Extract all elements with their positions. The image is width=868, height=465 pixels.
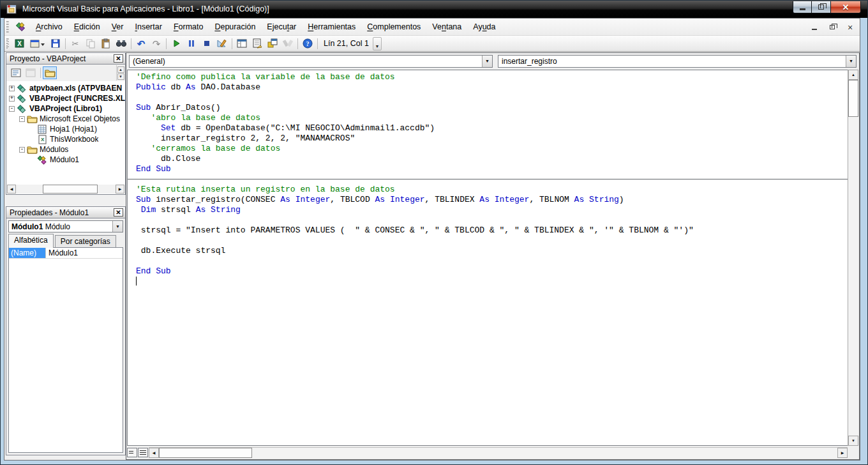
menu-herramientas[interactable]: Herramientas — [302, 19, 361, 35]
collapse-icon[interactable]: - — [19, 147, 25, 153]
property-name[interactable]: (Name) — [9, 248, 46, 258]
tree-item[interactable]: +atpvbaen.xls (ATPVBAEN — [6, 83, 125, 93]
run-button[interactable] — [169, 37, 183, 50]
code-hscrollbar[interactable]: ◀ ▶ — [149, 447, 848, 458]
view-object-button[interactable] — [24, 66, 38, 79]
view-excel-button[interactable]: X — [13, 37, 27, 50]
properties-panel-header[interactable]: Propiedades - Módulo1 ✕ — [6, 206, 126, 218]
svg-text:X: X — [17, 40, 22, 47]
menu-edicion[interactable]: Edición — [68, 19, 106, 35]
project-explorer-button[interactable] — [235, 37, 249, 50]
scroll-right-icon[interactable]: ▶ — [116, 185, 124, 194]
properties-panel-close-button[interactable]: ✕ — [114, 208, 123, 217]
mdi-close-button[interactable]: × — [846, 23, 855, 32]
property-value[interactable]: Módulo1 — [46, 248, 123, 258]
menu-depuracion[interactable]: Depuración — [209, 19, 261, 35]
tree-item-label: VBAProject (FUNCRES.XL — [29, 94, 125, 103]
tree-item[interactable]: Módulo1 — [6, 155, 125, 165]
scroll-right-icon[interactable]: ▶ — [837, 448, 848, 458]
minimize-button[interactable] — [793, 1, 812, 13]
mdi-restore-button[interactable] — [828, 23, 837, 32]
redo-button[interactable]: ↷ — [149, 37, 163, 50]
help-button[interactable]: ? — [301, 37, 315, 50]
copy-button[interactable] — [84, 37, 98, 50]
menu-insertar[interactable]: Insertar — [129, 19, 167, 35]
code-line: Set db = OpenDatabase("C:\MI NEGOCIO\Adm… — [136, 123, 848, 133]
expand-icon[interactable]: + — [9, 96, 15, 102]
tree-item[interactable]: -Microsoft Excel Objetos — [6, 114, 125, 124]
tree-item[interactable]: XThisWorkbook — [6, 134, 125, 144]
view-code-button[interactable] — [9, 66, 23, 79]
toolbar-overflow-button[interactable]: ▼ — [373, 37, 382, 50]
worksheet-icon — [37, 125, 48, 134]
code-line: Dim strsql As String — [136, 205, 848, 215]
tab-alfabe-tica[interactable]: Alfabética — [8, 234, 54, 248]
properties-window-button[interactable] — [250, 37, 264, 50]
paste-button[interactable] — [99, 37, 113, 50]
procedure-dropdown[interactable]: insertar_registro ▼ — [498, 55, 857, 68]
scroll-left-icon[interactable]: ◀ — [149, 448, 159, 458]
reset-button[interactable] — [200, 37, 214, 50]
code-line: 'abro la base de datos — [136, 113, 848, 123]
tree-item[interactable]: -Módulos — [6, 144, 125, 155]
insert-userform-button[interactable] — [28, 37, 47, 50]
tree-item-label: Hoja1 (Hoja1) — [50, 125, 97, 133]
scroll-up-icon[interactable]: ▲ — [117, 66, 124, 73]
object-dropdown[interactable]: (General) ▼ — [129, 55, 493, 68]
mdi-close-icon: × — [848, 22, 853, 33]
project-tree-hscrollbar[interactable]: ◀ ▶ — [7, 185, 124, 194]
tree-item[interactable]: +VBAProject (FUNCRES.XL — [6, 93, 125, 103]
menu-formato[interactable]: Formato — [168, 19, 209, 35]
toolbar-grip[interactable] — [6, 38, 10, 49]
project-tree-mini-scrollbar[interactable]: ▲▼ — [116, 65, 124, 80]
save-button[interactable] — [49, 37, 63, 50]
menu-ver[interactable]: Ver — [106, 19, 130, 35]
chevron-down-icon[interactable]: ▼ — [482, 56, 492, 67]
menu-ejecutar[interactable]: Ejecutar — [261, 19, 302, 35]
menu-ventana[interactable]: Ventana — [426, 19, 467, 35]
procedure-view-button[interactable] — [127, 448, 137, 457]
tree-item-label: ThisWorkbook — [50, 135, 98, 144]
project-panel-header[interactable]: Proyecto - VBAProject ✕ — [6, 52, 126, 65]
cut-button[interactable]: ✂ — [68, 37, 82, 50]
menubar-grip[interactable] — [6, 21, 10, 33]
find-button[interactable] — [114, 37, 128, 50]
menu-complementos[interactable]: Complementos — [361, 19, 426, 35]
menu-archivo[interactable]: Archivo — [30, 19, 68, 35]
project-panel-close-button[interactable]: ✕ — [114, 54, 123, 63]
scroll-up-icon[interactable]: ▲ — [848, 70, 858, 80]
maximize-button[interactable] — [812, 1, 830, 13]
properties-panel: Propiedades - Módulo1 ✕ Módulo1 Módulo ▼… — [6, 206, 126, 457]
code-editor[interactable]: 'Defino como publica la variable de la b… — [127, 70, 848, 446]
scroll-down-icon[interactable]: ▼ — [117, 73, 124, 80]
hscroll-thumb[interactable] — [43, 185, 98, 194]
menu-ayuda[interactable]: Ayuda — [467, 19, 501, 35]
tree-item[interactable]: -VBAProject (Libro1) — [6, 103, 125, 114]
code-vscrollbar[interactable]: ▲ ▼ — [848, 70, 858, 446]
chevron-down-icon[interactable]: ▼ — [846, 56, 856, 67]
toolbox-button[interactable] — [281, 37, 295, 50]
break-button[interactable] — [184, 37, 198, 50]
expand-icon[interactable]: + — [9, 86, 15, 91]
properties-object-dropdown[interactable]: Módulo1 Módulo ▼ — [8, 220, 123, 232]
toggle-folders-button[interactable] — [43, 66, 57, 79]
code-line: End Sub — [136, 266, 848, 277]
vscroll-thumb[interactable] — [848, 80, 858, 117]
maximize-icon — [818, 4, 824, 10]
svg-text:X: X — [41, 137, 45, 142]
collapse-icon[interactable]: - — [19, 116, 25, 122]
tab-por-categori-as[interactable]: Por categorías — [55, 235, 116, 248]
scroll-down-icon[interactable]: ▼ — [848, 436, 858, 446]
property-row[interactable]: (Name)Módulo1 — [9, 248, 123, 259]
tree-item[interactable]: Hoja1 (Hoja1) — [6, 124, 125, 134]
hscroll-thumb[interactable] — [159, 448, 252, 458]
design-mode-button[interactable] — [215, 37, 229, 50]
chevron-down-icon[interactable]: ▼ — [112, 221, 123, 232]
scroll-left-icon[interactable]: ◀ — [7, 185, 16, 194]
close-button[interactable]: ✕ — [830, 1, 861, 13]
full-module-view-button[interactable] — [138, 448, 148, 457]
collapse-icon[interactable]: - — [9, 106, 15, 112]
undo-button[interactable]: ↶ — [134, 37, 148, 50]
mdi-minimize-button[interactable] — [810, 23, 819, 32]
object-browser-button[interactable] — [266, 37, 280, 50]
